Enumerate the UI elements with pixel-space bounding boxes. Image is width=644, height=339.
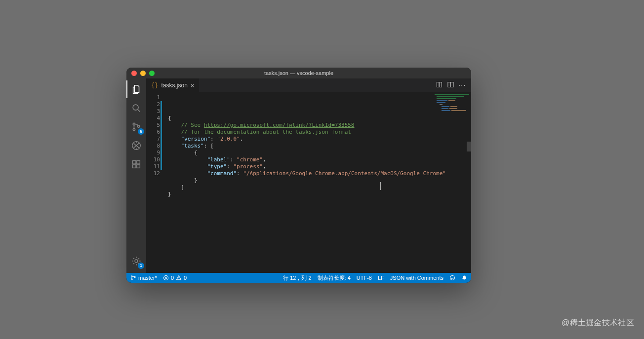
overview-ruler[interactable] (467, 92, 471, 273)
compare-changes-button[interactable] (436, 81, 443, 90)
svg-rect-11 (440, 82, 442, 87)
debug-activity[interactable] (129, 139, 143, 152)
code-line: } (168, 191, 471, 198)
extensions-activity[interactable] (129, 157, 143, 171)
svg-point-3 (137, 125, 139, 127)
code-line: "version": "2.0.0", (168, 136, 471, 143)
code-line: "command": "/Applications/Google Chrome.… (168, 170, 471, 177)
tab-close-button[interactable]: × (191, 82, 195, 89)
line-number: 10 (146, 156, 160, 163)
files-icon (131, 84, 142, 95)
search-activity[interactable] (129, 101, 143, 115)
feedback-button[interactable] (449, 275, 455, 281)
line-number: 6 (146, 129, 160, 136)
line-number: 1 (146, 94, 160, 101)
status-bar: master* 0 0 行 12，列 2 制表符长度: 4 UTF-8 LF J… (126, 273, 471, 283)
svg-rect-6 (133, 165, 136, 168)
code-line: "label": "chrome", (168, 156, 471, 163)
line-number: 12 (146, 170, 160, 177)
settings-activity[interactable]: 1 (129, 254, 143, 268)
svg-point-2 (133, 128, 135, 130)
minimize-window-button[interactable] (140, 71, 146, 76)
debug-icon (131, 140, 142, 151)
activity-bar: 6 1 (126, 78, 146, 273)
split-icon (447, 81, 454, 88)
code-line: "tasks": [ (168, 143, 471, 150)
line-number: 3 (146, 108, 160, 115)
window-title: tasks.json — vscode-sample (126, 70, 471, 76)
scm-badge: 6 (138, 128, 144, 135)
code-line: } (168, 177, 471, 184)
svg-point-1 (133, 123, 135, 125)
scroll-thumb[interactable] (467, 142, 471, 151)
split-editor-button[interactable] (447, 81, 454, 90)
error-count: 0 (171, 275, 174, 281)
diff-icon (436, 81, 443, 88)
svg-rect-5 (133, 161, 136, 164)
warning-count: 0 (184, 275, 187, 281)
smiley-icon (449, 275, 455, 281)
line-number: 2 (146, 101, 160, 108)
code-line: "type": "process", (168, 163, 471, 170)
indentation-status[interactable]: 制表符长度: 4 (318, 274, 351, 282)
code-line: { (168, 115, 471, 122)
code-content[interactable]: { // See https://go.microsoft.com/fwlink… (164, 92, 471, 273)
encoding-status[interactable]: UTF-8 (357, 275, 372, 281)
watermark: @稀土掘金技术社区 (562, 318, 634, 328)
code-line: // for the documentation about the tasks… (168, 129, 471, 136)
line-number: 5 (146, 122, 160, 129)
code-line: // See https://go.microsoft.com/fwlink/?… (168, 122, 471, 129)
notifications-button[interactable] (461, 275, 467, 281)
svg-rect-10 (437, 82, 439, 87)
svg-point-0 (133, 105, 138, 110)
line-number: 4 (146, 115, 160, 122)
svg-point-9 (135, 260, 138, 263)
language-mode[interactable]: JSON with Comments (390, 275, 443, 281)
settings-badge: 1 (138, 263, 144, 269)
window-controls (131, 71, 155, 76)
editor-more-button[interactable]: ··· (458, 81, 466, 90)
line-number: 7 (146, 136, 160, 143)
search-icon (131, 103, 142, 113)
git-branch-icon (130, 275, 136, 281)
editor-toolbar: ··· (431, 78, 471, 92)
svg-point-30 (450, 276, 455, 280)
svg-rect-8 (137, 161, 140, 164)
svg-point-27 (131, 279, 132, 280)
tab-file[interactable]: {} tasks.json × (146, 78, 200, 92)
cursor-position[interactable]: 行 12，列 2 (283, 274, 311, 282)
tab-filename: tasks.json (161, 82, 187, 89)
line-number: 9 (146, 150, 160, 156)
text-cursor (380, 182, 381, 190)
line-number-gutter: 123456789101112 (146, 92, 164, 273)
bell-icon (461, 275, 467, 281)
text-editor[interactable]: 123456789101112 { // See https://go.micr… (146, 92, 471, 273)
app-window: tasks.json — vscode-sample 6 1 (126, 68, 471, 283)
branch-status[interactable]: master* (130, 275, 157, 281)
close-window-button[interactable] (131, 71, 137, 76)
scm-activity[interactable]: 6 (129, 120, 143, 134)
explorer-activity[interactable] (129, 82, 143, 96)
problems-status[interactable]: 0 0 (163, 275, 187, 281)
workbench-body: 6 1 {} tasks.json × (126, 78, 471, 273)
svg-rect-7 (137, 165, 140, 168)
eol-status[interactable]: LF (378, 275, 384, 281)
json-file-icon: {} (151, 82, 158, 89)
svg-point-26 (131, 276, 132, 277)
extensions-icon (131, 159, 142, 170)
line-number: 8 (146, 143, 160, 150)
title-bar[interactable]: tasks.json — vscode-sample (126, 68, 471, 78)
editor-tabs: {} tasks.json × ··· (146, 78, 471, 92)
maximize-window-button[interactable] (149, 71, 155, 76)
editor-area: {} tasks.json × ··· 123456789101112 (146, 78, 471, 273)
code-line: ] (168, 184, 471, 191)
warning-icon (176, 275, 182, 281)
branch-name: master* (138, 275, 157, 281)
error-icon (163, 275, 169, 281)
code-line: { (168, 150, 471, 156)
line-number: 11 (146, 163, 160, 170)
